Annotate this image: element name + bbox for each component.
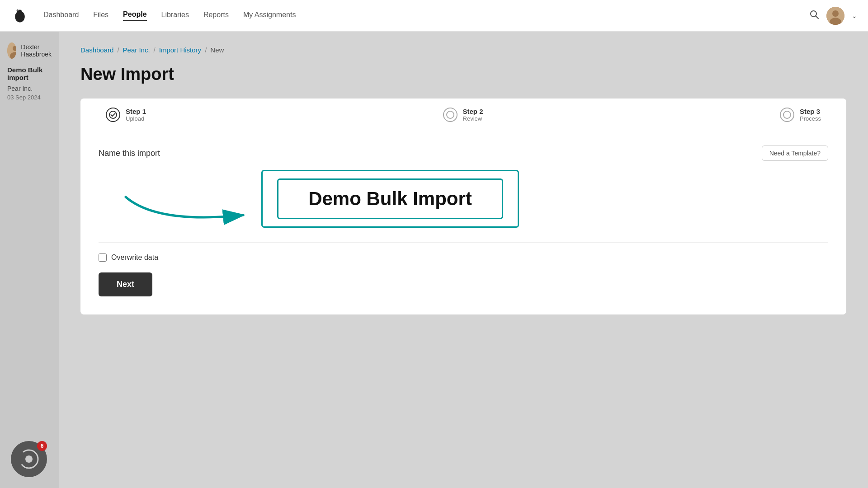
breadcrumb-sep-1: / [117,46,119,54]
step-1-label: Step 1 [126,108,146,115]
nav-files[interactable]: Files [93,11,108,21]
nav-my-assignments[interactable]: My Assignments [243,11,296,21]
chevron-down-icon[interactable]: ⌄ [852,12,857,19]
form-name-label: Name this import [99,149,160,158]
svg-point-10 [109,111,117,118]
step-3: Step 3 Process [773,108,828,122]
import-name-display: Demo Bulk Import [277,178,503,219]
sidebar-content: Dexter Haasbroek Demo Bulk Import Pear I… [0,32,59,112]
nav-reports[interactable]: Reports [203,11,229,21]
sidebar-org-name: Pear Inc. [7,85,52,92]
sidebar-user-name: Dexter Haasbroek [21,43,52,58]
breadcrumb-sep-3: / [205,46,207,54]
nav-dashboard[interactable]: Dashboard [43,11,79,21]
left-panel: Dexter Haasbroek Demo Bulk Import Pear I… [0,32,59,488]
sidebar-user-row: Dexter Haasbroek [7,42,52,59]
overwrite-checkbox[interactable] [99,253,107,262]
nav-libraries[interactable]: Libraries [161,11,189,21]
main-content: Dexter Haasbroek Demo Bulk Import Pear I… [0,32,868,488]
navbar: Dashboard Files People Libraries Reports… [0,0,868,32]
step-2-label: Step 2 [463,108,483,115]
navbar-right: ⌄ [809,7,857,25]
step-1-text: Step 1 Upload [126,108,146,122]
overwrite-row: Overwrite data [99,253,828,262]
svg-point-12 [783,111,791,118]
widget-badge: 6 [37,441,47,451]
app-logo[interactable] [11,7,29,25]
breadcrumb-import-history[interactable]: Import History [159,46,201,54]
svg-point-1 [18,9,22,14]
step-3-text: Step 3 Process [800,108,821,122]
avatar[interactable] [826,7,844,25]
next-button[interactable]: Next [99,272,152,296]
arrow-annotation [90,188,270,242]
step-progress: Step 1 Upload Step 2 Review [80,99,846,131]
breadcrumb-sep-2: / [154,46,156,54]
breadcrumb-current: New [210,46,224,54]
step-2-text: Step 2 Review [463,108,483,122]
step-3-sublabel: Process [800,115,821,122]
step-2: Step 2 Review [436,108,491,122]
step-3-label: Step 3 [800,108,821,115]
step-1: Step 1 Upload [99,108,153,122]
overwrite-label[interactable]: Overwrite data [111,253,158,262]
sidebar-import-name: Demo Bulk Import [7,66,52,81]
step-1-circle [106,108,120,122]
breadcrumb: Dashboard / Pear Inc. / Import History /… [80,46,846,54]
step-2-sublabel: Review [463,115,483,122]
search-icon[interactable] [809,9,819,22]
white-card: Step 1 Upload Step 2 Review [80,99,846,314]
svg-line-3 [816,16,818,19]
nav-people[interactable]: People [123,10,146,21]
sidebar-import-date: 03 Sep 2024 [7,94,52,101]
content-area: Dashboard / Pear Inc. / Import History /… [59,32,868,488]
form-panel: Name this import Need a Template? [80,131,846,314]
step-3-circle [780,108,794,122]
breadcrumb-dashboard[interactable]: Dashboard [80,46,113,54]
bottom-widget[interactable]: 6 [11,441,47,477]
step-1-sublabel: Upload [126,115,146,122]
import-name-container: Demo Bulk Import [99,170,828,228]
nav-links: Dashboard Files People Libraries Reports… [43,10,809,21]
svg-point-15 [25,455,33,463]
sidebar-avatar [7,42,16,59]
svg-point-11 [447,111,454,118]
breadcrumb-org[interactable]: Pear Inc. [123,46,150,54]
form-header: Name this import Need a Template? [99,145,828,161]
page-title: New Import [80,65,846,84]
step-2-circle [443,108,458,122]
svg-point-5 [832,10,839,17]
template-button[interactable]: Need a Template? [762,145,828,161]
